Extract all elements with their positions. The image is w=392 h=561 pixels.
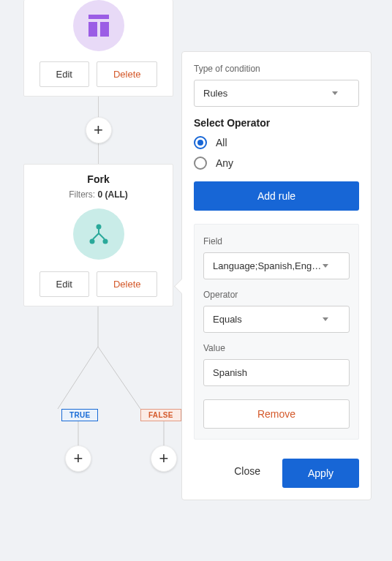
add-node-button-false[interactable]: + — [151, 445, 177, 472]
connector-line — [98, 143, 99, 164]
select-operator-heading: Select Operator — [194, 117, 359, 129]
branch-connector-lines — [23, 306, 173, 478]
card-button-row: Edit Delete — [33, 61, 164, 87]
value-input[interactable] — [203, 359, 350, 386]
flow-card-1: Edit Delete — [23, 0, 173, 97]
radio-label: Any — [216, 157, 233, 169]
radio-input — [194, 136, 207, 149]
select-value: Language;Spanish,English — [213, 260, 323, 271]
condition-panel: Type of condition Rules Select Operator … — [181, 51, 372, 500]
select-value: Equals — [213, 314, 242, 325]
branch-badge-true[interactable]: TRUE — [61, 409, 98, 421]
delete-button[interactable]: Delete — [97, 61, 158, 87]
field-label: Field — [203, 236, 350, 246]
type-of-condition-select[interactable]: Rules — [194, 80, 359, 107]
flow-column: Edit Delete + Fork Filters: 0 (ALL) Edit… — [23, 0, 173, 478]
flow-card-fork: Fork Filters: 0 (ALL) Edit Delete — [23, 164, 173, 306]
fork-icon — [73, 208, 124, 260]
radio-any[interactable]: Any — [194, 157, 359, 170]
branch-badge-false[interactable]: FALSE — [140, 409, 181, 421]
operator-select[interactable]: Equals — [203, 306, 350, 333]
connector-line — [98, 97, 99, 117]
branch-area: TRUE FALSE + + — [23, 306, 173, 478]
radio-label: All — [216, 137, 227, 148]
chevron-down-icon — [323, 264, 328, 268]
svg-line-8 — [98, 347, 140, 409]
card-title: Fork — [33, 173, 164, 185]
svg-point-3 — [96, 225, 101, 230]
delete-button[interactable]: Delete — [97, 271, 158, 297]
filters-label: Filters: — [69, 189, 97, 200]
radio-all[interactable]: All — [194, 136, 359, 149]
select-value: Rules — [203, 88, 227, 99]
svg-rect-0 — [88, 15, 109, 19]
type-of-condition-label: Type of condition — [194, 64, 359, 74]
apply-button[interactable]: Apply — [282, 459, 359, 488]
grid-layout-icon — [73, 0, 124, 51]
add-node-button-true[interactable]: + — [65, 445, 91, 472]
filters-value: 0 (ALL) — [98, 189, 128, 200]
svg-point-4 — [89, 239, 94, 244]
rule-block: Field Language;Spanish,English Operator … — [194, 224, 359, 440]
value-label: Value — [203, 343, 350, 353]
svg-rect-1 — [88, 22, 97, 37]
panel-footer: Close Apply — [194, 454, 359, 488]
radio-input — [194, 157, 207, 170]
svg-line-7 — [58, 347, 98, 409]
close-button[interactable]: Close — [234, 465, 260, 477]
chevron-down-icon — [323, 317, 328, 321]
edit-button[interactable]: Edit — [39, 61, 89, 87]
add-node-button[interactable]: + — [86, 117, 112, 143]
add-rule-button[interactable]: Add rule — [194, 181, 359, 211]
chevron-down-icon — [332, 91, 338, 95]
card-button-row: Edit Delete — [33, 271, 164, 297]
remove-rule-button[interactable]: Remove — [203, 399, 350, 429]
svg-rect-2 — [100, 22, 109, 37]
card-subtitle: Filters: 0 (ALL) — [33, 189, 164, 200]
edit-button[interactable]: Edit — [39, 271, 89, 297]
operator-label: Operator — [203, 290, 350, 300]
field-select[interactable]: Language;Spanish,English — [203, 252, 350, 279]
svg-point-5 — [102, 239, 108, 244]
